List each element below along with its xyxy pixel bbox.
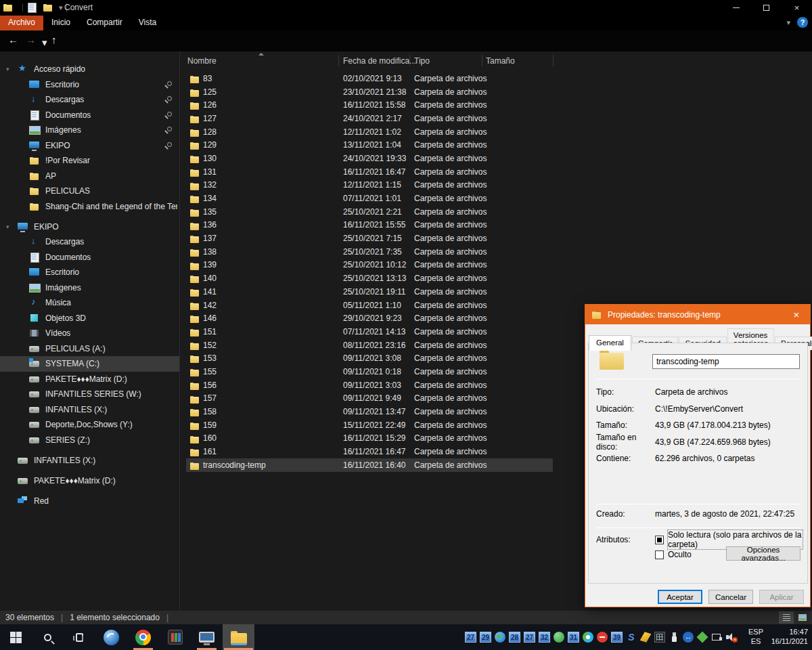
help-icon[interactable]: ? <box>797 17 808 28</box>
minimize-button[interactable] <box>721 0 751 16</box>
sidebar-item-documentos[interactable]: Documentos <box>0 108 179 123</box>
maximize-button[interactable] <box>751 0 782 16</box>
language-indicator[interactable]: ESP ES <box>748 627 763 646</box>
tray-grid-icon[interactable] <box>654 632 665 643</box>
sidebar-item-im-genes[interactable]: Imágenes <box>0 280 179 296</box>
sidebar-item-peliculas[interactable]: PELICULAS <box>0 183 179 199</box>
ribbon-tab-vista[interactable]: Vista <box>131 16 164 30</box>
hidden-checkbox[interactable] <box>655 550 664 559</box>
sidebar-item-m-sica[interactable]: Música <box>0 295 179 311</box>
sidebar-item-red[interactable]: Red <box>0 494 179 509</box>
tray-badge-icon[interactable]: 32 <box>539 632 550 643</box>
readonly-checkbox[interactable] <box>655 536 664 544</box>
table-row-129[interactable]: 12913/11/2021 1:04Carpeta de archivos <box>186 138 553 152</box>
ribbon-expand-icon[interactable]: ▾ <box>786 18 790 27</box>
tray-badge-icon[interactable]: 39 <box>611 632 623 643</box>
close-button[interactable]: × <box>782 0 812 16</box>
table-row-146[interactable]: 14629/10/2021 9:23Carpeta de archivos <box>186 311 553 325</box>
sidebar-item-escritorio[interactable]: Escritorio <box>0 77 179 93</box>
taskbar-search-button[interactable] <box>32 624 64 650</box>
hidden-label[interactable]: Oculto <box>668 550 692 559</box>
tray-badge-icon[interactable]: 31 <box>568 632 579 643</box>
tray-badge-icon[interactable]: 27 <box>524 632 535 643</box>
sidebar-item-pakete-matrix-d[interactable]: PAKETE♦♦♦Matrix (D:) <box>0 473 179 489</box>
thumbnails-view-button[interactable] <box>795 611 810 624</box>
tray-tv-icon[interactable]: ↔ <box>683 632 694 643</box>
ok-button[interactable]: Aceptar <box>658 590 702 604</box>
sidebar-item-descargas[interactable]: Descargas <box>0 234 179 250</box>
table-row-136[interactable]: 13616/11/2021 15:55Carpeta de archivos <box>186 219 553 232</box>
sidebar-item-infantiles-x[interactable]: INFANTILES (X:) <box>0 402 179 418</box>
tray-globe-icon[interactable] <box>495 632 505 643</box>
qat-customize-chevron-icon[interactable]: ▾ <box>59 3 63 12</box>
table-row-157[interactable]: 15709/11/2021 9:49Carpeta de archivos <box>186 392 553 406</box>
tray-badge-icon[interactable]: 27 <box>465 632 476 643</box>
tray-red-icon[interactable] <box>597 632 608 643</box>
table-row-139[interactable]: 13925/10/2021 10:12Carpeta de archivos <box>186 259 553 272</box>
sidebar-item-documentos[interactable]: Documentos <box>0 250 179 265</box>
sidebar-item-infantiles-x[interactable]: INFANTILES (X:) <box>0 453 179 469</box>
table-row-125[interactable]: 12523/10/2021 21:38Carpeta de archivos <box>186 85 553 99</box>
table-row-152[interactable]: 15208/11/2021 23:16Carpeta de archivos <box>186 339 553 352</box>
tray-s-icon[interactable]: S <box>626 632 637 643</box>
sidebar-item-escritorio[interactable]: Escritorio <box>0 265 179 280</box>
tray-net-icon[interactable] <box>711 632 722 643</box>
table-row-142[interactable]: 14205/11/2021 1:10Carpeta de archivos <box>186 299 553 312</box>
table-row-130[interactable]: 13024/10/2021 19:33Carpeta de archivos <box>186 152 553 165</box>
sidebar-item-infantiles-series-w[interactable]: INFANTILES SERIES (W:) <box>0 387 179 402</box>
taskbar-app-system-monitor[interactable] <box>191 624 223 650</box>
table-row-161[interactable]: 16116/11/2021 16:47Carpeta de archivos <box>186 445 553 458</box>
column-header-fecha[interactable]: Fecha de modifica... <box>343 56 416 66</box>
apply-button[interactable]: Aplicar <box>759 590 804 604</box>
clock[interactable]: 16:47 16/11/2021 <box>771 627 808 646</box>
folder-name-field[interactable] <box>652 354 800 369</box>
ribbon-tab-inicio[interactable]: Inicio <box>43 16 78 30</box>
taskbar-app-chrome[interactable] <box>127 624 159 650</box>
sidebar-item-v-deos[interactable]: Vídeos <box>0 326 179 341</box>
task-view-button[interactable] <box>64 624 95 650</box>
sidebar-item-pakete-matrix-d[interactable]: PAKETE♦♦♦Matrix (D:) <box>0 372 179 387</box>
table-row-141[interactable]: 14125/10/2021 19:11Carpeta de archivos <box>186 285 553 299</box>
tray-usb-icon[interactable] <box>669 632 679 643</box>
sidebar-item-por-revisar[interactable]: !Por Revisar <box>0 153 179 169</box>
column-separator[interactable] <box>338 55 339 66</box>
taskbar-app-media-tools[interactable] <box>159 624 191 650</box>
sidebar-item-series-z[interactable]: SERIES (Z:) <box>0 433 179 448</box>
table-row-158[interactable]: 15809/11/2021 13:47Carpeta de archivos <box>186 405 553 418</box>
table-row-126[interactable]: 12616/11/2021 15:58Carpeta de archivos <box>186 98 553 112</box>
table-row-127[interactable]: 12724/10/2021 2:17Carpeta de archivos <box>186 112 553 125</box>
dialog-close-button[interactable]: × <box>783 305 810 324</box>
column-separator[interactable] <box>409 55 410 66</box>
sidebar-item-ap[interactable]: AP <box>0 169 179 184</box>
column-header-tamano[interactable]: Tamaño <box>486 56 515 66</box>
table-row-159[interactable]: 15915/11/2021 22:49Carpeta de archivos <box>186 418 553 432</box>
table-row-138[interactable]: 13825/10/2021 7:35Carpeta de archivos <box>186 245 553 259</box>
sidebar-item-ekipo[interactable]: EKIPO <box>0 138 179 154</box>
sidebar-item-objetos-3d[interactable]: Objetos 3D <box>0 311 179 326</box>
recent-locations-chevron-icon[interactable]: ▾ <box>42 37 47 49</box>
start-button[interactable] <box>0 624 32 650</box>
table-row-134[interactable]: 13407/11/2021 1:01Carpeta de archivos <box>186 192 553 205</box>
qat-properties-icon[interactable] <box>26 3 38 12</box>
table-row-137[interactable]: 13725/10/2021 7:15Carpeta de archivos <box>186 232 553 245</box>
tray-badge-icon[interactable]: 29 <box>480 632 491 643</box>
table-row-160[interactable]: 16016/11/2021 15:29Carpeta de archivos <box>186 432 553 446</box>
table-row-135[interactable]: 13525/10/2021 2:21Carpeta de archivos <box>186 205 553 219</box>
sidebar-item-systema-c[interactable]: SYSTEMA (C:) <box>0 356 179 372</box>
table-row-131[interactable]: 13116/11/2021 16:47Carpeta de archivos <box>186 165 553 179</box>
advanced-options-button[interactable]: Opciones avanzadas... <box>726 546 800 561</box>
sidebar-item-deporte-doc-shows-y[interactable]: Deporte,Doc,Shows (Y:) <box>0 417 179 433</box>
table-row-151[interactable]: 15107/11/2021 14:13Carpeta de archivos <box>186 325 553 339</box>
expander-chevron-icon[interactable]: ▾ <box>6 66 9 72</box>
tab-general[interactable]: General <box>589 335 631 351</box>
table-row-140[interactable]: 14025/10/2021 13:13Carpeta de archivos <box>186 272 553 285</box>
column-separator[interactable] <box>482 55 482 66</box>
details-view-button[interactable] <box>779 611 794 624</box>
sidebar-item-ekipo[interactable]: ▾EKIPO <box>0 219 179 235</box>
table-row-156[interactable]: 15609/11/2021 3:03Carpeta de archivos <box>186 378 553 392</box>
tray-greenball-icon[interactable] <box>554 632 564 643</box>
column-header-tipo[interactable]: Tipo <box>414 56 430 66</box>
sidebar-item-im-genes[interactable]: Imágenes <box>0 123 179 138</box>
tray-diamond-icon[interactable] <box>697 632 708 643</box>
tray-bolt-icon[interactable] <box>640 632 652 642</box>
